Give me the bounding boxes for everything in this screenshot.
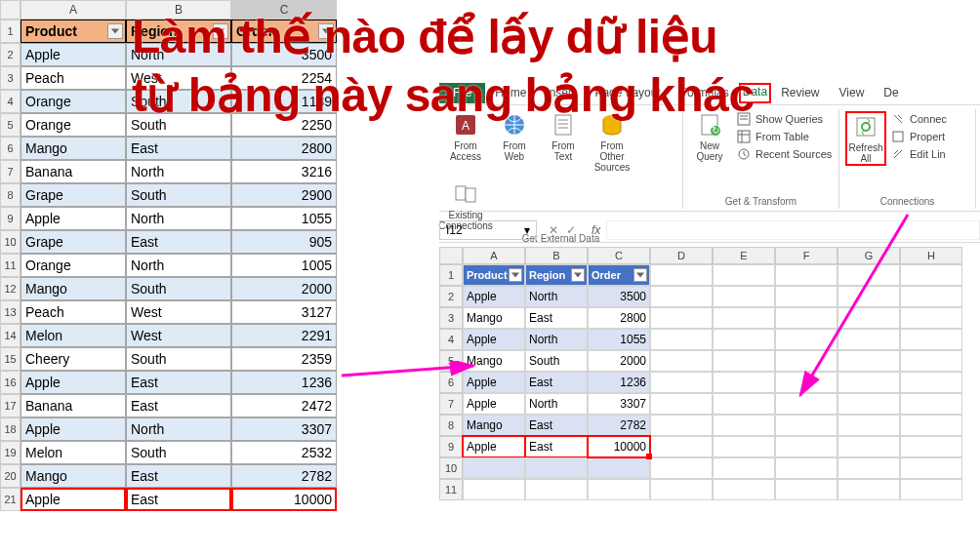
from-web-button[interactable]: From Web — [494, 111, 535, 173]
table-cell[interactable]: Apple — [463, 436, 525, 457]
empty-cell[interactable] — [900, 329, 962, 350]
table-header-cell[interactable]: Order — [588, 264, 650, 286]
table-cell[interactable]: East — [126, 394, 231, 417]
table-cell[interactable]: Mango — [20, 277, 126, 300]
rcol-a[interactable]: A — [463, 247, 525, 264]
empty-cell[interactable] — [713, 393, 775, 415]
empty-cell[interactable] — [713, 372, 775, 393]
empty-cell[interactable] — [713, 415, 775, 436]
from-text-button[interactable]: From Text — [543, 111, 584, 173]
edit-links-button[interactable]: Edit Lin — [890, 146, 947, 162]
table-cell[interactable]: East — [525, 307, 588, 329]
empty-cell[interactable] — [837, 264, 900, 286]
row-header[interactable]: 2 — [0, 43, 20, 66]
table-cell[interactable]: Mango — [20, 464, 126, 488]
table-cell[interactable]: North — [126, 43, 231, 66]
empty-cell[interactable] — [900, 479, 962, 500]
empty-cell[interactable] — [650, 479, 713, 500]
table-cell[interactable]: 3307 — [588, 393, 650, 415]
empty-cell[interactable] — [775, 286, 837, 307]
table-cell[interactable]: 3216 — [231, 160, 337, 183]
tab-developer[interactable]: De — [874, 83, 908, 103]
row-header[interactable]: 16 — [0, 371, 20, 394]
tab-data[interactable]: Data — [739, 83, 771, 103]
table-cell[interactable]: Apple — [463, 393, 525, 415]
row-header[interactable]: 6 — [439, 372, 463, 393]
enter-icon[interactable]: ✓ — [566, 223, 576, 237]
new-query-button[interactable]: ↻New Query — [689, 111, 730, 162]
table-cell[interactable]: South — [126, 347, 231, 371]
table-cell[interactable]: Peach — [20, 66, 126, 90]
table-cell[interactable]: Apple — [20, 417, 126, 441]
table-cell[interactable]: 2532 — [231, 441, 337, 464]
table-cell[interactable]: South — [525, 350, 588, 372]
table-cell[interactable]: East — [525, 436, 588, 457]
empty-cell[interactable] — [650, 307, 713, 329]
table-cell[interactable]: 2000 — [231, 277, 337, 300]
rcol-f[interactable]: F — [775, 247, 837, 264]
row-header[interactable]: 9 — [0, 207, 20, 230]
table-cell[interactable] — [525, 479, 588, 500]
table-cell[interactable]: North — [126, 207, 231, 230]
table-cell[interactable]: 1236 — [588, 372, 650, 393]
row-header[interactable]: 12 — [0, 277, 20, 300]
row-header[interactable]: 15 — [0, 347, 20, 371]
empty-cell[interactable] — [775, 393, 837, 415]
table-cell[interactable]: 1055 — [231, 207, 337, 230]
empty-cell[interactable] — [775, 457, 837, 479]
row-header[interactable]: 11 — [439, 479, 463, 500]
empty-cell[interactable] — [713, 457, 775, 479]
row-header[interactable]: 8 — [0, 183, 20, 207]
filter-dropdown-icon[interactable] — [213, 23, 228, 39]
empty-cell[interactable] — [837, 457, 900, 479]
table-cell[interactable]: North — [126, 160, 231, 183]
table-cell[interactable]: North — [525, 286, 588, 307]
row-header[interactable]: 6 — [0, 137, 20, 160]
row-header[interactable]: 19 — [0, 441, 20, 464]
table-cell[interactable]: 2782 — [231, 464, 337, 488]
table-cell[interactable]: 2472 — [231, 394, 337, 417]
table-cell[interactable]: 10000 — [231, 488, 337, 511]
from-other-sources-button[interactable]: From Other Sources — [592, 111, 633, 173]
empty-cell[interactable] — [713, 307, 775, 329]
table-cell[interactable]: 2254 — [231, 66, 337, 90]
table-cell[interactable]: 1055 — [588, 329, 650, 350]
table-header-cell[interactable]: Region — [126, 20, 231, 43]
table-cell[interactable]: 2800 — [231, 137, 337, 160]
table-header-cell[interactable]: Order — [231, 20, 337, 43]
table-cell[interactable]: 3307 — [231, 417, 337, 441]
empty-cell[interactable] — [900, 307, 962, 329]
empty-cell[interactable] — [775, 479, 837, 500]
tab-review[interactable]: Review — [771, 83, 829, 103]
empty-cell[interactable] — [900, 372, 962, 393]
empty-cell[interactable] — [837, 307, 900, 329]
row-header[interactable]: 7 — [0, 160, 20, 183]
empty-cell[interactable] — [650, 393, 713, 415]
empty-cell[interactable] — [713, 479, 775, 500]
row-header[interactable]: 5 — [0, 113, 20, 137]
table-cell[interactable]: South — [126, 441, 231, 464]
table-cell[interactable]: East — [126, 230, 231, 254]
empty-cell[interactable] — [900, 415, 962, 436]
empty-cell[interactable] — [900, 286, 962, 307]
table-cell[interactable]: North — [525, 329, 588, 350]
empty-cell[interactable] — [713, 350, 775, 372]
table-cell[interactable] — [588, 479, 650, 500]
recent-sources-button[interactable]: Recent Sources — [736, 146, 832, 162]
row-header[interactable]: 4 — [439, 329, 463, 350]
table-cell[interactable]: West — [126, 66, 231, 90]
table-cell[interactable]: South — [126, 113, 231, 137]
table-cell[interactable]: Grape — [20, 230, 126, 254]
show-queries-button[interactable]: Show Queries — [736, 111, 832, 127]
name-box[interactable]: I12▾ — [439, 220, 537, 240]
right-select-all[interactable] — [439, 247, 463, 264]
table-header-cell[interactable]: Product — [463, 264, 525, 286]
col-header-c[interactable]: C — [231, 0, 337, 20]
row-header[interactable]: 7 — [439, 393, 463, 415]
table-header-cell[interactable]: Product — [20, 20, 126, 43]
empty-cell[interactable] — [900, 393, 962, 415]
table-cell[interactable]: Grape — [20, 183, 126, 207]
row-header[interactable]: 18 — [0, 417, 20, 441]
row-header[interactable]: 17 — [0, 394, 20, 417]
table-cell[interactable]: North — [126, 254, 231, 277]
